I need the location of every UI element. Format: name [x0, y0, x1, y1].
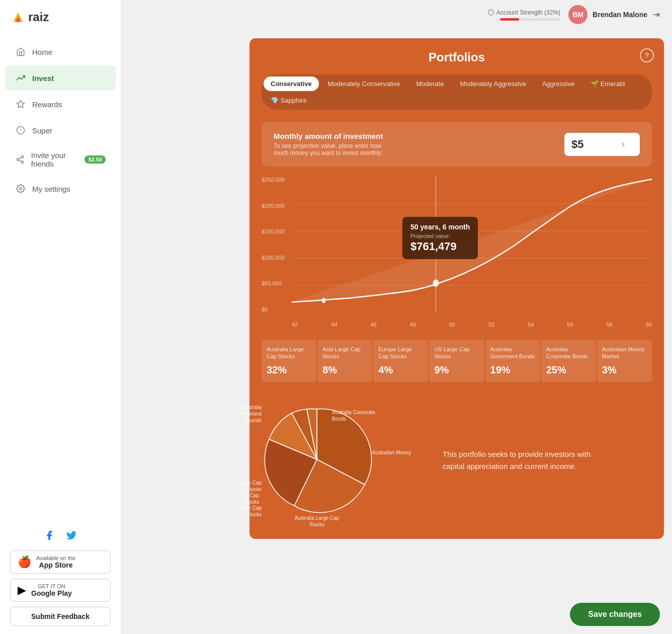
investment-field[interactable]: [571, 138, 617, 151]
sidebar-item-settings[interactable]: My settings: [5, 176, 116, 201]
portfolio-title: Portfolios: [262, 50, 652, 64]
save-bar: Save changes: [121, 595, 672, 634]
tab-moderate[interactable]: Moderate: [409, 76, 451, 91]
input-arrow-icon[interactable]: ›: [622, 139, 625, 149]
investment-text: Monthly amount of investment To see proj…: [274, 132, 394, 156]
tab-emerald[interactable]: 🌱 Emerald: [583, 76, 632, 91]
save-changes-button[interactable]: Save changes: [570, 603, 660, 626]
svg-line-10: [19, 157, 21, 159]
x-label-42: 42: [292, 322, 298, 328]
app-store-button[interactable]: 🍎 Available on the App Store: [10, 550, 111, 574]
chart-area: $250,000 $200,000 $150,000 $100,000 $50,…: [262, 177, 652, 328]
svg-line-9: [19, 160, 21, 162]
pie-label-aus-large: Australia Large Cap Stocks: [292, 515, 342, 528]
settings-icon: [15, 183, 26, 194]
svg-point-6: [21, 156, 24, 158]
x-label-46: 46: [370, 322, 376, 328]
chart-body: 50 years, 6 month Projected value: $761,…: [292, 177, 652, 312]
x-label-44: 44: [331, 322, 337, 328]
tab-aggressive[interactable]: Aggressive: [535, 76, 581, 91]
allocation-asia-large-name: Asia Large Cap Stocks: [322, 346, 367, 360]
allocation-aus-gov: Australia Goverment Bonds 19%: [485, 340, 540, 382]
sidebar: raiz Home Invest Rewards Super: [0, 0, 121, 634]
app-store-label: Available on the: [36, 555, 75, 561]
x-label-52: 52: [488, 322, 494, 328]
header: Account Strength (32%) BM Brendan Malone…: [121, 0, 672, 29]
portfolio-tabs: Conservative Moderately Conservative Mod…: [262, 74, 652, 110]
sidebar-navigation: Home Invest Rewards Super Invite your fr…: [0, 34, 121, 519]
tab-mod-aggressive[interactable]: Moderately Aggressive: [453, 76, 533, 91]
portfolio-description: This portfolio seeks to provide investor…: [443, 448, 614, 472]
logo: raiz: [0, 0, 121, 34]
account-strength: Account Strength (32%): [487, 9, 560, 21]
portfolio-card: Portfolios ? Conservative Moderately Con…: [249, 38, 664, 539]
feedback-button[interactable]: Submit Feedback: [10, 607, 111, 626]
chart-x-labels: 42 44 46 48 50 52 54 56 58 60: [292, 322, 652, 328]
sidebar-item-settings-label: My settings: [32, 185, 70, 193]
google-play-icon: ▶: [18, 584, 26, 597]
tab-mod-conservative[interactable]: Moderately Conservative: [321, 76, 407, 91]
x-label-56: 56: [567, 322, 573, 328]
invite-badge: $2.50: [85, 155, 106, 164]
user-name: Brendan Malone: [593, 11, 647, 19]
sidebar-bottom: 🍎 Available on the App Store ▶ GET IT ON…: [0, 519, 121, 634]
allocation-aus-gov-pct: 19%: [490, 364, 535, 376]
user-info[interactable]: BM Brendan Malone ⇥: [568, 5, 660, 24]
apple-icon: 🍎: [18, 556, 31, 569]
app-store-name: App Store: [36, 561, 75, 569]
allocation-aus-large: Australia Large Cap Stocks 32%: [262, 340, 316, 382]
svg-marker-2: [17, 101, 25, 108]
account-strength-label: Account Strength (32%): [496, 9, 560, 16]
x-label-50: 50: [449, 322, 455, 328]
twitter-icon[interactable]: [63, 527, 79, 543]
pie-label-aus-corp: Australia Corporate Bonds: [332, 409, 377, 422]
y-label-0: $0: [262, 306, 292, 312]
allocation-aus-money-pct: 3%: [602, 364, 647, 376]
pie-label-asia-large: Asia Large Cap Stocks: [241, 505, 262, 518]
allocation-grid: Australia Large Cap Stocks 32% Asia Larg…: [262, 340, 652, 382]
invite-icon: [15, 154, 25, 165]
tooltip-label: Projected value:: [410, 233, 470, 239]
allocation-aus-corp-name: Australia Corporate Bonds: [546, 346, 591, 360]
shield-icon: [487, 9, 494, 16]
pie-label-aus-gov: Australia Government Bounds: [241, 404, 262, 424]
y-label-200k: $200,000: [262, 203, 292, 209]
x-label-58: 58: [607, 322, 613, 328]
facebook-icon[interactable]: [41, 527, 57, 543]
tab-conservative[interactable]: Conservative: [264, 76, 319, 91]
sidebar-item-invest-label: Invest: [32, 74, 54, 83]
pie-chart-container: Australia Government Bounds Australia Co…: [262, 404, 423, 517]
allocation-aus-large-name: Australia Large Cap Stocks: [267, 346, 311, 360]
tooltip-time: 50 years, 6 month: [410, 223, 470, 231]
tooltip-value: $761,479: [410, 240, 470, 253]
help-icon[interactable]: ?: [640, 48, 654, 62]
allocation-aus-money-name: Australian Money Market: [602, 346, 647, 360]
y-label-250k: $250,000: [262, 177, 292, 183]
x-label-54: 54: [528, 322, 534, 328]
allocation-us-large-name: US Large Cap Stocks: [434, 346, 479, 360]
allocation-europe-large-pct: 4%: [378, 364, 423, 376]
investment-section: Monthly amount of investment To see proj…: [262, 122, 652, 167]
investment-label: Monthly amount of investment: [274, 132, 394, 140]
main-content: Portfolios ? Conservative Moderately Con…: [241, 30, 672, 634]
pie-label-europe-large: Europe Large Cap Stocks: [241, 492, 259, 505]
logout-icon[interactable]: ⇥: [652, 9, 660, 20]
allocation-asia-large: Asia Large Cap Stocks 8%: [317, 340, 372, 382]
sidebar-item-invite[interactable]: Invite your friends $2.50: [5, 144, 116, 175]
sidebar-item-rewards[interactable]: Rewards: [5, 92, 116, 117]
invest-icon: [15, 72, 26, 84]
sidebar-item-invest[interactable]: Invest: [5, 65, 116, 91]
svg-point-11: [20, 188, 22, 190]
raiz-logo-icon: [10, 9, 26, 25]
strength-fill: [500, 18, 519, 21]
x-label-60: 60: [646, 322, 652, 328]
sidebar-item-home[interactable]: Home: [5, 39, 116, 64]
google-play-name: Google Play: [31, 589, 72, 597]
sidebar-item-super[interactable]: Super: [5, 118, 116, 143]
svg-point-8: [21, 161, 24, 164]
google-play-button[interactable]: ▶ GET IT ON Google Play: [10, 579, 111, 602]
tab-sapphire[interactable]: 💎 Sapphire: [264, 93, 314, 108]
home-icon: [15, 46, 26, 57]
rewards-icon: [15, 99, 26, 110]
pie-section: Australia Government Bounds Australia Co…: [262, 394, 652, 527]
